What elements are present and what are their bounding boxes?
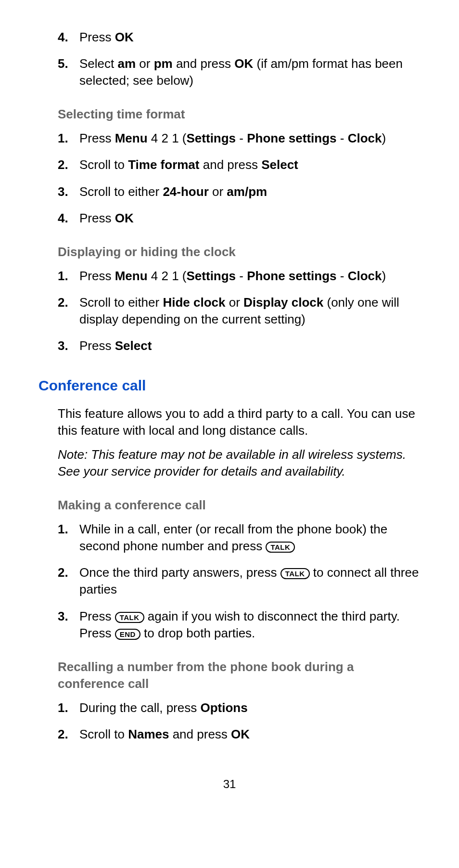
bold: Select [261, 157, 298, 172]
conference-content: This feature allows you to add a third p… [58, 405, 421, 743]
time-format-steps: Press Menu 4 2 1 (Settings - Phone setti… [58, 130, 421, 226]
subhead-making-conf: Making a conference call [58, 497, 421, 514]
bold: OK [115, 30, 134, 44]
text: 4 2 1 ( [148, 269, 187, 283]
text: or [136, 56, 154, 71]
step: Once the third party answers, press TALK… [58, 564, 421, 598]
bold: Menu [115, 269, 148, 283]
step: Press OK [58, 29, 421, 46]
bold: Options [200, 700, 247, 715]
subhead-recall-number: Recalling a number from the phone book d… [58, 659, 421, 692]
bold: Hide clock [163, 295, 225, 310]
step: While in a call, enter (or recall from t… [58, 521, 421, 555]
text: - [337, 131, 348, 145]
text: Select [79, 56, 118, 71]
bold: Clock [348, 131, 382, 145]
bold: OK [231, 727, 250, 741]
bold: Phone settings [247, 131, 336, 145]
bold: OK [115, 211, 134, 225]
text: and press [200, 157, 262, 172]
step: Select am or pm and press OK (if am/pm f… [58, 55, 421, 89]
text: Press [79, 30, 115, 44]
step: Press OK [58, 210, 421, 227]
step: Press Menu 4 2 1 (Settings - Phone setti… [58, 130, 421, 147]
text: Press [79, 269, 115, 283]
bold: OK [234, 56, 253, 71]
text: and press [173, 56, 235, 71]
clock-display-steps: Press Menu 4 2 1 (Settings - Phone setti… [58, 268, 421, 354]
bold: Display clock [243, 295, 323, 310]
talk-key-icon: TALK [115, 612, 144, 623]
text: 4 2 1 ( [148, 131, 187, 145]
step: Scroll to Time format and press Select [58, 156, 421, 173]
text: Press [79, 609, 115, 623]
talk-key-icon: TALK [280, 568, 310, 579]
text: to drop both parties. [140, 626, 255, 640]
step: Scroll to Names and press OK [58, 726, 421, 743]
text: Once the third party answers, press [79, 565, 280, 580]
text: While in a call, enter (or recall from t… [79, 522, 387, 553]
note: Note: This feature may not be available … [58, 446, 421, 480]
step: During the call, press Options [58, 700, 421, 716]
text: or [209, 184, 227, 199]
bold: pm [154, 56, 173, 71]
bold: am [118, 56, 136, 71]
text: and press [169, 727, 231, 741]
bold: Clock [348, 269, 382, 283]
text: Scroll to [79, 727, 128, 741]
bold: Names [128, 727, 169, 741]
bold: am/pm [227, 184, 267, 199]
page-content: Press OK Select am or pm and press OK (i… [58, 29, 421, 354]
text: Press [79, 338, 115, 353]
text: ) [382, 269, 386, 283]
step: Press Menu 4 2 1 (Settings - Phone setti… [58, 268, 421, 285]
bold: Select [115, 338, 152, 353]
bold: Settings [187, 269, 236, 283]
recall-steps: During the call, press Options Scroll to… [58, 700, 421, 743]
text: - [236, 131, 247, 145]
bold: Menu [115, 131, 148, 145]
bold: 24-hour [163, 184, 208, 199]
step: Press Select [58, 337, 421, 354]
step: Scroll to either 24-hour or am/pm [58, 183, 421, 200]
text: Scroll to [79, 157, 128, 172]
bold: Settings [187, 131, 236, 145]
text: Press [79, 211, 115, 225]
bold: Phone settings [247, 269, 336, 283]
text: - [236, 269, 247, 283]
top-steps: Press OK Select am or pm and press OK (i… [58, 29, 421, 89]
text: or [225, 295, 243, 310]
text: - [337, 269, 348, 283]
making-conf-steps: While in a call, enter (or recall from t… [58, 521, 421, 642]
subhead-clock-display: Displaying or hiding the clock [58, 244, 421, 260]
talk-key-icon: TALK [266, 542, 295, 553]
bold: Time format [128, 157, 199, 172]
step: Scroll to either Hide clock or Display c… [58, 294, 421, 328]
text: During the call, press [79, 700, 200, 715]
text: Scroll to either [79, 184, 163, 199]
text: ) [382, 131, 386, 145]
text: Scroll to either [79, 295, 163, 310]
end-key-icon: END [115, 629, 140, 640]
page-number: 31 [38, 777, 421, 792]
step: Press TALK again if you wish to disconne… [58, 608, 421, 642]
paragraph: This feature allows you to add a third p… [58, 405, 421, 439]
text: Press [79, 131, 115, 145]
section-conference-call: Conference call [38, 376, 421, 396]
subhead-time-format: Selecting time format [58, 106, 421, 123]
